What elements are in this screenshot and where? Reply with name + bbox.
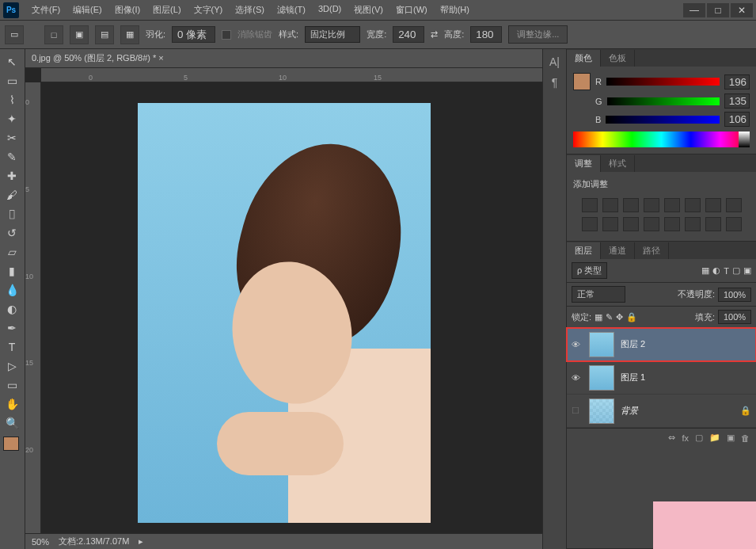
menu-3d[interactable]: 3D(D) (312, 1, 348, 19)
mask-icon[interactable]: ▢ (695, 433, 703, 443)
move-tool[interactable]: ↖ (2, 53, 22, 71)
swap-wh-icon[interactable]: ⇄ (431, 29, 438, 40)
shape-tool[interactable]: ▭ (2, 376, 22, 394)
refine-edge-button[interactable]: 调整边缘... (508, 25, 568, 44)
menu-text[interactable]: 文字(Y) (188, 1, 230, 19)
fill-input[interactable]: 100% (718, 310, 751, 324)
menu-layer[interactable]: 图层(L) (146, 1, 187, 19)
type-tool[interactable]: T (2, 338, 22, 356)
layer-thumb[interactable] (589, 398, 614, 424)
adj-brightness-icon[interactable] (582, 198, 598, 212)
feather-input[interactable] (172, 26, 215, 43)
lock-all-icon[interactable]: 🔒 (626, 312, 637, 322)
blur-tool[interactable]: 💧 (2, 281, 22, 299)
new-group-icon[interactable]: 📁 (709, 433, 720, 443)
gradient-tool[interactable]: ▮ (2, 262, 22, 280)
stamp-tool[interactable]: ⌷ (2, 205, 22, 223)
adj-posterize-icon[interactable] (664, 217, 680, 231)
adj-bw-icon[interactable] (726, 198, 742, 212)
style-select[interactable]: 固定比例 (305, 26, 360, 43)
filter-pixel-icon[interactable]: ▦ (701, 265, 709, 276)
trash-icon[interactable]: 🗑 (741, 433, 750, 443)
selection-new-icon[interactable]: □ (44, 25, 63, 44)
layer-thumb[interactable] (589, 365, 614, 391)
layer-kind-select[interactable]: ρ 类型 (572, 262, 607, 279)
layer-thumb[interactable] (589, 332, 614, 357)
selection-intersect-icon[interactable]: ▦ (120, 25, 139, 44)
marquee-tool-icon[interactable]: ▭ (5, 25, 24, 44)
adj-gradient-icon[interactable] (705, 217, 721, 231)
new-layer-icon[interactable]: ▣ (727, 433, 735, 443)
close-button[interactable]: ✕ (731, 3, 753, 17)
width-input[interactable] (393, 26, 424, 43)
document-tab[interactable]: 0.jpg @ 50% (图层 2, RGB/8#) * × (25, 49, 542, 68)
b-input[interactable] (724, 112, 750, 127)
dodge-tool[interactable]: ◐ (2, 300, 22, 318)
tab-adjustments[interactable]: 调整 (567, 155, 601, 172)
menu-window[interactable]: 窗口(W) (389, 1, 434, 19)
heal-tool[interactable]: ✚ (2, 167, 22, 185)
adj-colorbalance-icon[interactable] (705, 198, 721, 212)
adj-lookup-icon[interactable] (623, 217, 639, 231)
color-spectrum[interactable] (573, 132, 750, 147)
status-arrow-icon[interactable]: ▸ (139, 536, 143, 547)
menu-view[interactable]: 视图(V) (348, 1, 389, 19)
antialias-checkbox[interactable] (222, 30, 231, 40)
selection-add-icon[interactable]: ▣ (70, 25, 89, 44)
adj-photofilter-icon[interactable] (582, 217, 598, 231)
g-slider[interactable] (607, 97, 720, 105)
visibility-icon[interactable]: 👁 (572, 340, 583, 349)
menu-file[interactable]: 文件(F) (25, 1, 66, 19)
tab-layers[interactable]: 图层 (567, 242, 601, 259)
adj-curves-icon[interactable] (623, 198, 639, 212)
filter-smart-icon[interactable]: ▣ (743, 265, 751, 276)
fx-icon[interactable]: fx (682, 433, 689, 443)
layer-row-1[interactable]: 👁 图层 1 (567, 361, 756, 395)
layer-name[interactable]: 图层 2 (621, 338, 645, 350)
zoom-tool[interactable]: 🔍 (2, 414, 22, 432)
tab-swatch[interactable]: 色板 (601, 50, 635, 67)
character-panel-icon[interactable]: A| (546, 55, 563, 73)
r-slider[interactable] (606, 78, 720, 86)
pen-tool[interactable]: ✒ (2, 319, 22, 337)
adj-hue-icon[interactable] (685, 198, 701, 212)
color-swatch[interactable] (573, 73, 591, 90)
r-input[interactable] (724, 74, 750, 90)
adj-channelmixer-icon[interactable] (602, 217, 618, 231)
canvas[interactable] (138, 103, 431, 523)
tab-channels[interactable]: 通道 (601, 242, 635, 259)
tab-styles[interactable]: 样式 (601, 155, 635, 172)
marquee-tool[interactable]: ▭ (2, 72, 22, 90)
menu-select[interactable]: 选择(S) (229, 1, 271, 19)
layer-row-bg[interactable]: ☐ 背景 🔒 (567, 395, 756, 428)
zoom-level[interactable]: 50% (32, 537, 49, 547)
tab-color[interactable]: 颜色 (567, 50, 601, 67)
layer-row-2[interactable]: 👁 图层 2 (567, 328, 756, 361)
minimize-button[interactable]: — (683, 3, 705, 17)
adj-exposure-icon[interactable] (644, 198, 659, 212)
wand-tool[interactable]: ✦ (2, 110, 22, 128)
lock-pixels-icon[interactable]: ✎ (606, 312, 613, 322)
filter-adjust-icon[interactable]: ◐ (712, 265, 720, 276)
layer-name[interactable]: 背景 (621, 405, 638, 417)
adj-vibrance-icon[interactable] (664, 198, 680, 212)
lock-position-icon[interactable]: ✥ (616, 312, 623, 322)
maximize-button[interactable]: □ (707, 3, 729, 17)
lock-trans-icon[interactable]: ▦ (595, 312, 602, 322)
crop-tool[interactable]: ✂ (2, 129, 22, 147)
g-input[interactable] (724, 93, 750, 109)
height-input[interactable] (470, 26, 502, 43)
visibility-icon[interactable]: ☐ (572, 406, 583, 416)
filter-type-icon[interactable]: T (724, 266, 729, 276)
adj-levels-icon[interactable] (602, 198, 618, 212)
tab-paths[interactable]: 路径 (635, 242, 669, 259)
filter-shape-icon[interactable]: ▢ (732, 265, 740, 276)
adj-selective-icon[interactable] (726, 217, 742, 231)
hand-tool[interactable]: ✋ (2, 395, 22, 413)
foreground-color-swatch[interactable] (3, 437, 19, 451)
b-slider[interactable] (606, 116, 720, 124)
eraser-tool[interactable]: ▱ (2, 243, 22, 261)
brush-tool[interactable]: 🖌 (2, 186, 22, 204)
eyedropper-tool[interactable]: ✎ (2, 148, 22, 166)
menu-image[interactable]: 图像(I) (108, 1, 146, 19)
